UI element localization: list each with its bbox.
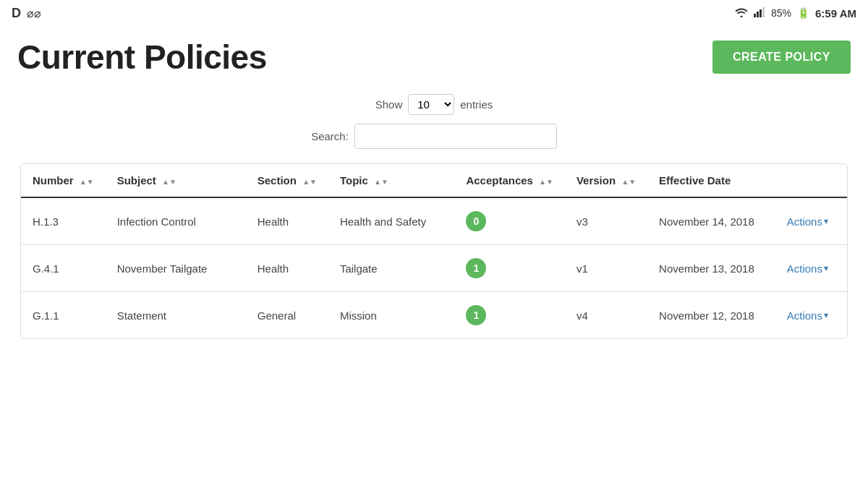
voicemail-icon: ⌀⌀ — [27, 7, 41, 20]
table-controls: Show 10 25 50 100 entries Search: — [17, 94, 851, 149]
col-header-acceptances[interactable]: Acceptances ▲▼ — [454, 164, 565, 197]
actions-label: Actions — [787, 262, 822, 275]
wifi-icon — [735, 7, 748, 20]
sort-icon-section: ▲▼ — [302, 178, 317, 186]
policies-table: Number ▲▼ Subject ▲▼ Section ▲▼ Topic ▲▼… — [21, 164, 847, 338]
cell-version: v3 — [565, 197, 647, 245]
cell-topic: Tailgate — [328, 245, 454, 292]
cell-acceptances: 1 — [454, 245, 565, 292]
table-body: H.1.3Infection ControlHealthHealth and S… — [21, 197, 847, 338]
cell-effectiveDate: November 13, 2018 — [647, 245, 775, 292]
actions-button[interactable]: Actions ▾ — [787, 215, 835, 228]
battery-icon: 🔋 — [797, 7, 809, 19]
cell-topic: Health and Safety — [328, 197, 454, 245]
cell-topic: Mission — [328, 292, 454, 339]
main-content: Current Policies CREATE POLICY Show 10 2… — [0, 26, 868, 351]
cell-effectiveDate: November 14, 2018 — [647, 197, 775, 245]
app-logo: D — [12, 6, 21, 21]
sort-icon-subject: ▲▼ — [162, 178, 176, 186]
cell-section: General — [246, 292, 328, 339]
entries-label: entries — [460, 98, 493, 111]
cell-subject: Statement — [106, 292, 246, 339]
clock: 6:59 AM — [815, 7, 856, 20]
cell-subject: November Tailgate — [106, 245, 246, 292]
signal-icon — [754, 7, 765, 20]
status-left: D ⌀⌀ — [12, 6, 41, 21]
search-input[interactable] — [354, 124, 557, 149]
actions-label: Actions — [787, 309, 822, 322]
actions-button[interactable]: Actions ▾ — [787, 309, 835, 322]
acceptance-badge: 1 — [466, 258, 486, 278]
svg-rect-2 — [760, 9, 762, 17]
sort-icon-number: ▲▼ — [80, 178, 94, 186]
show-entries-control: Show 10 25 50 100 entries — [375, 94, 493, 115]
cell-number: G.1.1 — [21, 292, 106, 339]
status-bar: D ⌀⌀ 85% 🔋 6:59 AM — [0, 0, 868, 26]
actions-label: Actions — [787, 215, 822, 228]
cell-acceptances: 0 — [454, 197, 565, 245]
chevron-down-icon: ▾ — [824, 310, 828, 320]
header-row: Current Policies CREATE POLICY — [17, 38, 851, 77]
cell-number: G.4.1 — [21, 245, 106, 292]
col-header-topic[interactable]: Topic ▲▼ — [328, 164, 454, 197]
svg-rect-0 — [754, 14, 756, 17]
cell-number: H.1.3 — [21, 197, 106, 245]
show-label: Show — [375, 98, 403, 111]
battery-percentage: 85% — [771, 7, 791, 19]
status-right: 85% 🔋 6:59 AM — [735, 7, 856, 20]
cell-actions[interactable]: Actions ▾ — [775, 197, 847, 245]
cell-actions[interactable]: Actions ▾ — [775, 245, 847, 292]
col-header-section[interactable]: Section ▲▼ — [246, 164, 328, 197]
entries-select[interactable]: 10 25 50 100 — [408, 94, 454, 115]
create-policy-button[interactable]: CREATE POLICY — [712, 40, 851, 74]
col-header-number[interactable]: Number ▲▼ — [21, 164, 106, 197]
chevron-down-icon: ▾ — [824, 216, 828, 226]
svg-rect-3 — [762, 7, 765, 17]
cell-version: v1 — [565, 245, 647, 292]
chevron-down-icon: ▾ — [824, 263, 828, 273]
table-row: G.4.1November TailgateHealthTailgate1v1N… — [21, 245, 847, 292]
cell-actions[interactable]: Actions ▾ — [775, 292, 847, 339]
table-row: G.1.1StatementGeneralMission1v4November … — [21, 292, 847, 339]
sort-icon-topic: ▲▼ — [374, 178, 388, 186]
actions-button[interactable]: Actions ▾ — [787, 262, 835, 275]
table-header-row: Number ▲▼ Subject ▲▼ Section ▲▼ Topic ▲▼… — [21, 164, 847, 197]
acceptance-badge: 0 — [466, 211, 486, 231]
cell-section: Health — [246, 245, 328, 292]
cell-subject: Infection Control — [106, 197, 246, 245]
col-header-actions — [775, 164, 847, 197]
acceptance-badge: 1 — [466, 305, 486, 325]
sort-icon-version: ▲▼ — [621, 178, 636, 186]
cell-version: v4 — [565, 292, 647, 339]
cell-acceptances: 1 — [454, 292, 565, 339]
cell-section: Health — [246, 197, 328, 245]
sort-icon-acceptances: ▲▼ — [539, 178, 553, 186]
table-row: H.1.3Infection ControlHealthHealth and S… — [21, 197, 847, 245]
col-header-version[interactable]: Version ▲▼ — [565, 164, 647, 197]
search-label: Search: — [311, 130, 349, 142]
policies-table-container: Number ▲▼ Subject ▲▼ Section ▲▼ Topic ▲▼… — [20, 163, 848, 339]
page-title: Current Policies — [17, 38, 267, 77]
col-header-effective-date[interactable]: Effective Date — [647, 164, 775, 197]
search-row: Search: — [311, 124, 557, 149]
cell-effectiveDate: November 12, 2018 — [647, 292, 775, 339]
col-header-subject[interactable]: Subject ▲▼ — [106, 164, 246, 197]
svg-rect-1 — [757, 12, 759, 17]
